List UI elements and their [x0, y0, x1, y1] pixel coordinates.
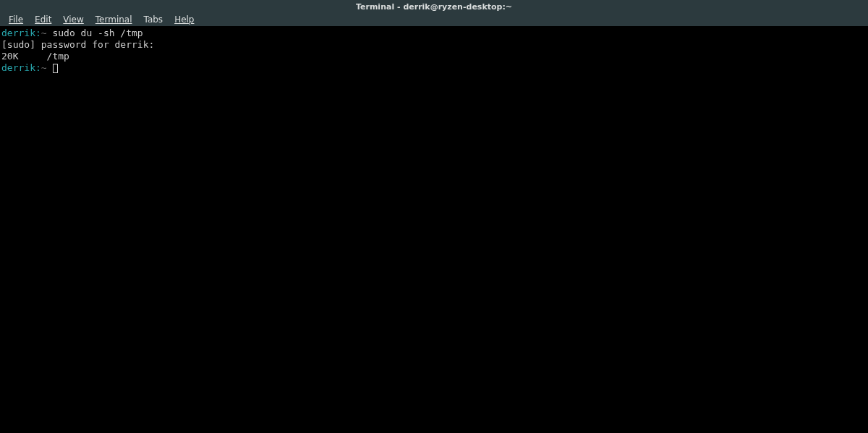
prompt-user: derrik: [1, 62, 35, 73]
menu-edit[interactable]: Edit: [29, 14, 57, 25]
cursor-icon: [53, 64, 58, 73]
menubar: File Edit View Terminal Tabs Help: [0, 13, 868, 26]
terminal-line-1: derrik:~ sudo du -sh /tmp: [1, 28, 143, 38]
menu-view[interactable]: View: [57, 14, 89, 25]
prompt-user: derrik: [1, 28, 35, 38]
menu-help[interactable]: Help: [169, 14, 200, 25]
terminal-viewport[interactable]: derrik:~ sudo du -sh /tmp [sudo] passwor…: [0, 26, 868, 433]
terminal-line-2: [sudo] password for derrik:: [1, 39, 154, 50]
window-title: Terminal - derrik@ryzen-desktop:~: [356, 2, 512, 12]
menu-file[interactable]: File: [3, 14, 29, 25]
terminal-line-3: 20K /tmp: [1, 51, 69, 62]
terminal-line-4: derrik:~: [1, 62, 58, 73]
menu-tabs[interactable]: Tabs: [138, 14, 169, 25]
menu-terminal[interactable]: Terminal: [90, 14, 138, 25]
command-text: sudo du -sh /tmp: [47, 28, 143, 38]
window-titlebar: Terminal - derrik@ryzen-desktop:~: [0, 0, 868, 13]
